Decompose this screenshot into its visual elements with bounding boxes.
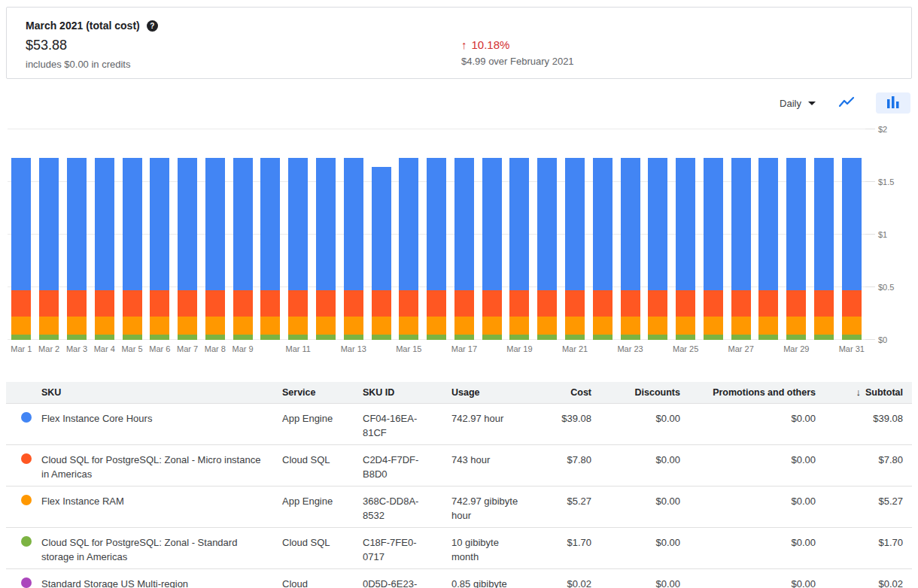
bar-segment bbox=[344, 290, 363, 317]
stacked-bar-mar-3[interactable] bbox=[67, 158, 87, 340]
interval-dropdown[interactable]: Daily bbox=[778, 95, 817, 112]
stacked-bar-mar-19[interactable] bbox=[509, 158, 529, 340]
bar-segment bbox=[11, 158, 31, 290]
bar-segment bbox=[676, 158, 695, 290]
bar-slot bbox=[783, 129, 810, 340]
monthly-cost-card: March 2021 (total cost) ? $53.88 include… bbox=[6, 7, 912, 79]
bar-slot bbox=[727, 129, 755, 340]
cell-sku-id: CF04-16EA-81CF bbox=[363, 403, 451, 444]
x-tick-label: Mar 2 bbox=[35, 344, 63, 353]
bar-segment bbox=[150, 335, 169, 340]
stacked-bar-mar-25[interactable] bbox=[676, 158, 695, 340]
stacked-bar-mar-8[interactable] bbox=[205, 158, 225, 340]
stacked-bar-mar-4[interactable] bbox=[95, 158, 114, 340]
bar-slot bbox=[63, 129, 91, 340]
bar-chart-toggle[interactable] bbox=[876, 92, 910, 114]
bar-segment bbox=[95, 317, 114, 335]
column-header-usage[interactable]: Usage bbox=[451, 382, 530, 403]
stacked-bar-mar-22[interactable] bbox=[593, 158, 613, 340]
stacked-bar-mar-7[interactable] bbox=[178, 158, 197, 340]
stacked-bar-mar-21[interactable] bbox=[565, 158, 585, 340]
bar-segment bbox=[621, 317, 640, 335]
stacked-bar-mar-30[interactable] bbox=[814, 158, 834, 340]
x-tick-label: Mar 19 bbox=[506, 344, 533, 353]
bar-segment bbox=[316, 335, 336, 340]
stacked-bar-mar-10[interactable] bbox=[260, 158, 280, 340]
stacked-bar-mar-23[interactable] bbox=[621, 158, 640, 340]
stacked-bar-mar-16[interactable] bbox=[427, 158, 446, 340]
stacked-bar-mar-12[interactable] bbox=[316, 158, 336, 340]
stacked-bar-mar-18[interactable] bbox=[482, 158, 502, 340]
stacked-bar-mar-2[interactable] bbox=[39, 158, 59, 340]
column-header-discounts[interactable]: Discounts bbox=[597, 382, 686, 403]
bar-segment bbox=[205, 290, 225, 317]
stacked-bar-mar-13[interactable] bbox=[344, 158, 363, 340]
bar-segment bbox=[233, 290, 253, 317]
bar-segment bbox=[67, 335, 87, 340]
stacked-bar-mar-6[interactable] bbox=[150, 158, 169, 340]
bar-segment bbox=[731, 317, 751, 335]
column-header-promotions[interactable]: Promotions and others bbox=[686, 382, 822, 403]
stacked-bar-mar-29[interactable] bbox=[786, 158, 806, 340]
bar-slot bbox=[533, 129, 561, 340]
stacked-bar-mar-24[interactable] bbox=[648, 158, 667, 340]
column-header-sku-id[interactable]: SKU ID bbox=[363, 382, 451, 403]
stacked-bar-mar-5[interactable] bbox=[123, 158, 142, 340]
bar-segment bbox=[67, 158, 87, 290]
stacked-bar-mar-11[interactable] bbox=[288, 158, 308, 340]
bar-slot bbox=[478, 129, 506, 340]
stacked-bar-mar-9[interactable] bbox=[233, 158, 253, 340]
bar-segment bbox=[786, 158, 806, 290]
stacked-bar-mar-15[interactable] bbox=[399, 158, 418, 340]
y-tick-mark bbox=[865, 181, 875, 182]
bar-segment bbox=[288, 290, 308, 317]
cell-subtotal: $5.27 bbox=[822, 486, 912, 527]
total-cost-value: $53.88 bbox=[26, 38, 158, 53]
bar-segment bbox=[427, 158, 446, 290]
bar-segment bbox=[205, 158, 225, 290]
stacked-bar-mar-20[interactable] bbox=[537, 158, 557, 340]
bar-segment bbox=[482, 317, 502, 335]
cell-sku-id: 368C-DD8A-8532 bbox=[363, 486, 451, 527]
bar-segment bbox=[704, 317, 723, 335]
line-chart-icon bbox=[838, 96, 855, 111]
stacked-bar-mar-26[interactable] bbox=[704, 158, 723, 340]
y-tick-label: $1 bbox=[878, 230, 887, 239]
bar-segment bbox=[704, 290, 723, 317]
bar-segment bbox=[537, 335, 557, 340]
bar-segment bbox=[344, 335, 363, 340]
table-row: Standard Storage US Multi-regionCloud St… bbox=[6, 568, 912, 588]
bar-segment bbox=[288, 335, 308, 340]
bar-segment bbox=[786, 335, 806, 340]
bar-segment bbox=[565, 290, 585, 317]
stacked-bar-mar-27[interactable] bbox=[731, 158, 751, 340]
x-tick-label: Mar 17 bbox=[451, 344, 479, 353]
column-header-cost[interactable]: Cost bbox=[530, 382, 597, 403]
table-row: Cloud SQL for PostgreSQL: Zonal - Micro … bbox=[6, 444, 912, 486]
y-tick-mark bbox=[865, 129, 875, 129]
bar-segment bbox=[11, 290, 31, 317]
y-tick-mark bbox=[865, 234, 875, 235]
cell-usage: 742.97 hour bbox=[451, 403, 530, 444]
column-header-service[interactable]: Service bbox=[282, 382, 363, 403]
bar-segment bbox=[842, 158, 862, 290]
bar-segment bbox=[95, 335, 114, 340]
help-icon[interactable]: ? bbox=[147, 20, 158, 32]
column-header-subtotal[interactable]: ↓Subtotal bbox=[822, 382, 912, 403]
cell-discounts: $0.00 bbox=[597, 568, 686, 588]
bar-segment bbox=[372, 317, 391, 335]
stacked-bar-mar-1[interactable] bbox=[11, 158, 31, 340]
bar-segment bbox=[288, 158, 308, 290]
stacked-bar-mar-28[interactable] bbox=[758, 158, 778, 340]
stacked-bar-mar-31[interactable] bbox=[842, 158, 862, 340]
line-chart-toggle[interactable] bbox=[829, 92, 864, 114]
cell-usage: 743 hour bbox=[451, 444, 530, 486]
bar-segment bbox=[399, 335, 418, 340]
bar-segment bbox=[178, 158, 197, 290]
x-tick-label: Mar 9 bbox=[229, 344, 257, 353]
column-header-sku[interactable]: SKU bbox=[41, 382, 282, 403]
bar-slot bbox=[118, 129, 146, 340]
stacked-bar-mar-17[interactable] bbox=[454, 158, 474, 340]
cell-service: App Engine bbox=[282, 403, 363, 444]
stacked-bar-mar-14[interactable] bbox=[372, 167, 391, 340]
